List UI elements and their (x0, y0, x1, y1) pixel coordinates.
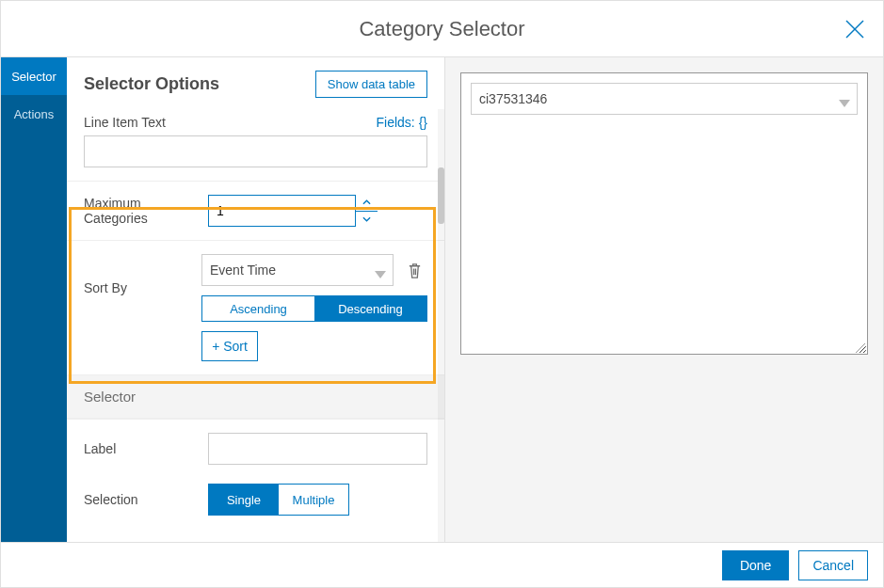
show-data-table-button[interactable]: Show data table (315, 71, 427, 98)
tab-selector[interactable]: Selector (1, 57, 67, 95)
svg-line-6 (863, 351, 865, 353)
scrollbar-thumb[interactable] (438, 167, 444, 224)
sort-field-select[interactable]: Event Time (201, 254, 394, 286)
selection-label: Selection (84, 492, 197, 507)
max-categories-step-up[interactable] (356, 195, 378, 211)
close-icon[interactable] (844, 18, 866, 40)
sort-descending-button[interactable]: Descending (314, 296, 426, 321)
sort-direction-toggle: Ascending Descending (201, 295, 427, 322)
dialog-titlebar: Category Selector (1, 1, 883, 57)
delete-sort-icon[interactable] (401, 257, 427, 283)
selector-subsection-title: Selector (67, 374, 444, 419)
max-categories-input[interactable] (208, 195, 378, 227)
max-categories-section: Maximum Categories (67, 181, 444, 240)
options-panel: Selector Options Show data table Line It… (67, 57, 445, 542)
preview-category-select[interactable]: ci37531346 (471, 83, 858, 115)
sort-by-section: Sort By Event Time (67, 240, 444, 374)
dialog-footer: Done Cancel (1, 542, 883, 587)
svg-marker-3 (839, 100, 850, 107)
line-item-label: Line Item Text (84, 115, 166, 130)
max-categories-step-down[interactable] (356, 211, 378, 228)
preview-box: ci37531346 (460, 72, 868, 355)
selection-multiple-button[interactable]: Multiple (279, 485, 348, 515)
options-scroll[interactable]: Line Item Text Fields: {} Maximum Catego… (67, 109, 444, 542)
preview-selected-value: ci37531346 (479, 91, 547, 106)
sort-field-value: Event Time (210, 262, 276, 278)
label-input[interactable] (208, 433, 427, 465)
sort-by-label: Sort By (84, 254, 190, 295)
cancel-button[interactable]: Cancel (798, 550, 868, 580)
svg-marker-2 (375, 271, 386, 278)
selection-single-button[interactable]: Single (209, 485, 279, 515)
done-button[interactable]: Done (722, 550, 789, 580)
fields-link[interactable]: Fields: {} (377, 115, 427, 130)
resize-grip-icon[interactable] (854, 341, 865, 352)
preview-panel: ci37531346 (445, 57, 883, 542)
options-heading: Selector Options (84, 74, 219, 94)
svg-line-4 (856, 343, 865, 353)
svg-line-5 (860, 347, 865, 353)
category-selector-dialog: Category Selector Selector Actions Selec… (1, 1, 883, 587)
max-categories-label: Maximum Categories (84, 196, 197, 226)
line-item-input[interactable] (84, 135, 427, 167)
chevron-down-icon (375, 266, 386, 274)
line-item-section: Line Item Text Fields: {} (67, 109, 444, 181)
label-row: Label (67, 419, 444, 478)
tab-actions[interactable]: Actions (1, 95, 67, 133)
selection-mode-toggle: Single Multiple (208, 484, 349, 516)
label-field-label: Label (84, 441, 197, 456)
add-sort-button[interactable]: + Sort (201, 331, 258, 361)
selection-row: Selection Single Multiple (67, 478, 444, 529)
chevron-down-icon (839, 95, 850, 103)
dialog-title: Category Selector (359, 17, 524, 41)
side-tabs: Selector Actions (1, 57, 67, 542)
scrollbar[interactable] (438, 109, 444, 542)
sort-ascending-button[interactable]: Ascending (202, 296, 314, 321)
